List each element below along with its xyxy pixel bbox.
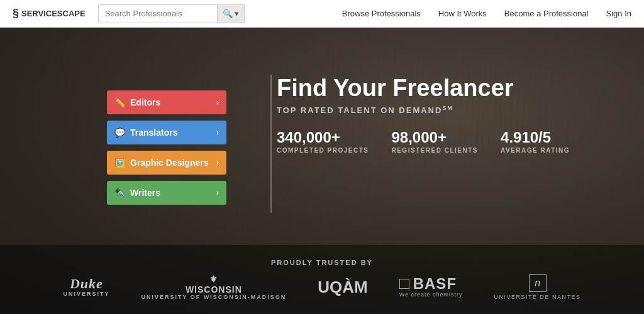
header: § SERVICESCAPE 🔍 ▾ Browse Professionals … [0, 0, 644, 28]
basf-tagline: We create chemistry [399, 291, 463, 298]
stat-clients: 98,000+ REGISTERED CLIENTS [391, 129, 478, 154]
editors-icon: ✏️ [114, 97, 125, 107]
stat-projects-label: COMPLETED PROJECTS [277, 147, 369, 154]
editors-button[interactable]: ✏️ Editors › [107, 90, 226, 114]
hero-divider [270, 75, 272, 213]
wisconsin-logo: ⚜ WISCONSIN UNIVERSITY OF WISCONSIN-MADI… [141, 274, 286, 300]
graphic-designers-arrow: › [216, 158, 219, 167]
stat-rating: 4.910/5 AVERAGE RATING [501, 129, 570, 154]
translators-label: Translators [130, 127, 177, 138]
logo-icon: § [13, 7, 19, 20]
stat-rating-number: 4.910/5 [501, 129, 570, 146]
stat-projects: 340,000+ COMPLETED PROJECTS [277, 129, 369, 154]
translators-arrow: › [216, 128, 219, 137]
stat-rating-label: AVERAGE RATING [501, 147, 570, 154]
stat-clients-number: 98,000+ [391, 129, 478, 146]
trusted-logos: Duke UNIVERSITY ⚜ WISCONSIN UNIVERSITY O… [63, 274, 580, 300]
basf-name: BASF [413, 276, 457, 291]
nav-how-it-works[interactable]: How It Works [438, 9, 487, 18]
category-menu: ✏️ Editors › 💬 Translators › 🖼️ Graphic … [107, 90, 226, 205]
nantes-logo: n UNIVERSITÉ DE NANTES [494, 274, 581, 300]
writers-icon: ✒️ [114, 188, 125, 198]
writers-button[interactable]: ✒️ Writers › [107, 181, 226, 205]
graphic-designers-icon: 🖼️ [114, 158, 125, 168]
nav-become-professional[interactable]: Become a Professional [504, 9, 589, 18]
hero-section: ✏️ Editors › 💬 Translators › 🖼️ Graphic … [0, 28, 644, 314]
search-container: 🔍 ▾ [98, 4, 245, 23]
nantes-box-icon: n [529, 274, 547, 292]
basf-square-icon [399, 279, 409, 289]
graphic-designers-button[interactable]: 🖼️ Graphic Designers › [107, 151, 226, 175]
search-button[interactable]: 🔍 ▾ [218, 4, 245, 23]
graphic-designers-label: Graphic Designers [130, 158, 209, 168]
hero-subheadline: TOP RATED TALENT ON DEMANDSM [277, 105, 570, 115]
hero-content: Find Your Freelancer TOP RATED TALENT ON… [277, 75, 570, 154]
stats-row: 340,000+ COMPLETED PROJECTS 98,000+ REGI… [277, 129, 570, 154]
main-nav: Browse Professionals How It Works Become… [342, 9, 631, 18]
stat-projects-number: 340,000+ [277, 129, 369, 146]
trusted-section: PROUDLY TRUSTED BY Duke UNIVERSITY ⚜ WIS… [0, 245, 644, 314]
hero-headline: Find Your Freelancer [277, 75, 570, 102]
stat-clients-label: REGISTERED CLIENTS [391, 147, 478, 154]
trusted-label: PROUDLY TRUSTED BY [271, 259, 373, 266]
nav-browse[interactable]: Browse Professionals [342, 9, 421, 18]
translators-button[interactable]: 💬 Translators › [107, 121, 226, 144]
translators-icon: 💬 [114, 127, 125, 138]
uqam-logo: UQÀM [318, 278, 367, 297]
writers-arrow: › [216, 188, 219, 197]
logo-text: SERVICESCAPE [21, 9, 86, 18]
editors-label: Editors [130, 97, 160, 107]
nantes-name: UNIVERSITÉ DE NANTES [494, 294, 581, 300]
duke-logo: Duke UNIVERSITY [63, 277, 109, 297]
basf-logo: BASF We create chemistry [399, 276, 463, 298]
nav-sign-in[interactable]: Sign In [606, 9, 631, 18]
wisconsin-crest-icon: ⚜ [141, 274, 286, 284]
search-input[interactable] [98, 4, 218, 23]
logo[interactable]: § SERVICESCAPE [13, 7, 86, 20]
writers-label: Writers [130, 188, 160, 198]
editors-arrow: › [216, 98, 219, 107]
